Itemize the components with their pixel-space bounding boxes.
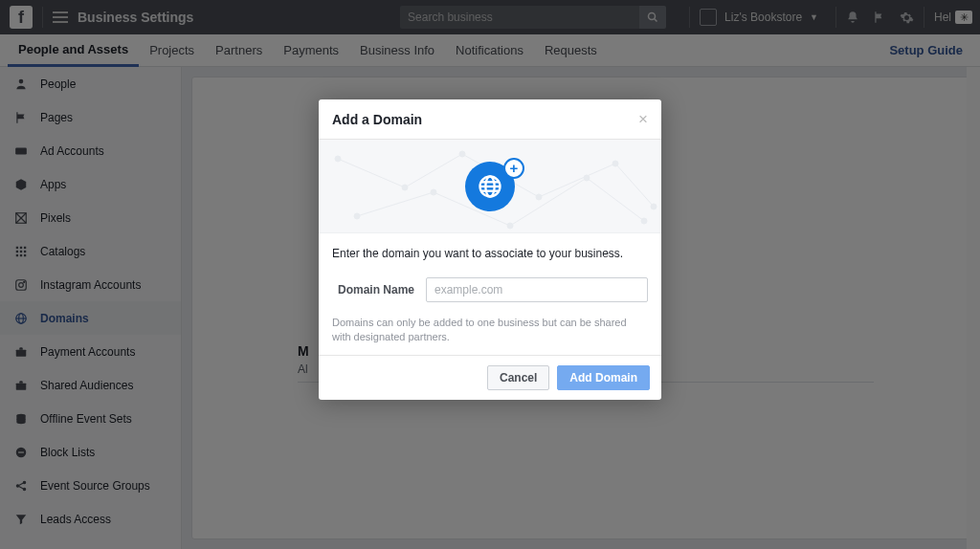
svg-point-43 (459, 151, 465, 157)
svg-point-44 (536, 194, 542, 200)
modal-note: Domains can only be added to one busines… (332, 316, 648, 345)
close-icon[interactable]: × (638, 111, 648, 127)
svg-line-40 (587, 178, 644, 221)
svg-point-50 (584, 175, 590, 181)
modal-hero: + (319, 140, 661, 233)
svg-point-49 (507, 223, 513, 229)
svg-line-32 (338, 159, 405, 187)
svg-line-39 (510, 178, 587, 226)
cancel-button[interactable]: Cancel (487, 365, 549, 390)
svg-point-41 (335, 156, 341, 162)
modal-footer: Cancel Add Domain (319, 355, 661, 400)
modal-body: Enter the domain you want to associate t… (319, 233, 661, 355)
svg-point-48 (431, 189, 436, 195)
add-domain-modal: Add a Domain × + Enter the domain you wa… (319, 99, 661, 400)
svg-point-45 (612, 161, 618, 166)
modal-message: Enter the domain you want to associate t… (332, 247, 648, 260)
svg-line-35 (539, 164, 615, 197)
svg-point-42 (402, 185, 408, 190)
svg-point-51 (641, 218, 647, 224)
svg-point-46 (651, 204, 657, 209)
svg-point-47 (354, 213, 360, 219)
svg-line-36 (615, 164, 654, 207)
plus-icon: + (503, 158, 524, 179)
globe-icon (477, 173, 503, 200)
domain-name-row: Domain Name (332, 277, 648, 302)
globe-badge: + (465, 162, 515, 211)
add-domain-button[interactable]: Add Domain (557, 365, 650, 390)
svg-line-33 (405, 154, 462, 187)
modal-header: Add a Domain × (319, 99, 661, 140)
modal-title: Add a Domain (332, 112, 422, 127)
svg-line-37 (357, 192, 434, 216)
domain-name-label: Domain Name (332, 283, 414, 296)
domain-name-input[interactable] (426, 277, 648, 302)
modal-overlay: Add a Domain × + Enter the domain you wa… (0, 0, 980, 549)
